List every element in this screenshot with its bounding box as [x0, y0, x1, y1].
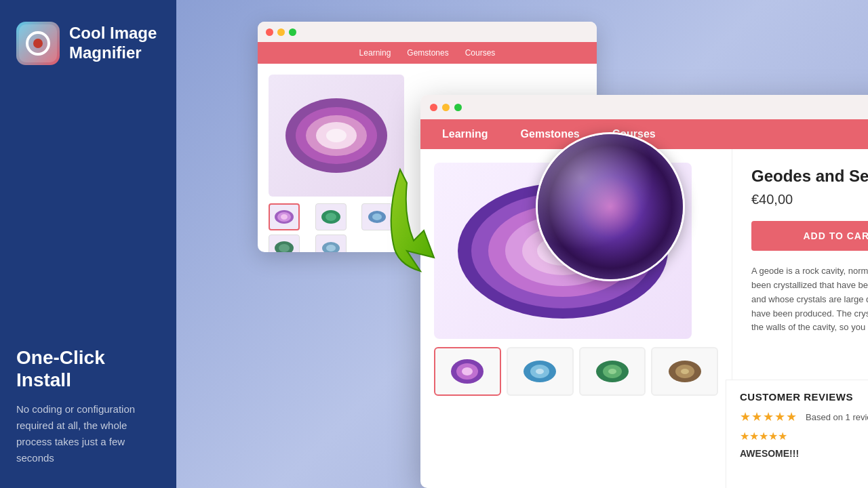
dot-red-small [266, 28, 273, 36]
nav-learning-small: Learning [359, 48, 391, 58]
reviews-section: CUSTOMER REVIEWS ★★★★★ Based on 1 review… [726, 380, 868, 488]
arrow-container [373, 156, 481, 281]
app-icon-inner [26, 31, 50, 56]
svg-point-15 [326, 245, 336, 251]
review-item-stars: ★★★★★ [740, 430, 787, 443]
product-title: Geodes and Semi Precious Stone [751, 165, 868, 186]
magnification-circle-inner [538, 134, 683, 279]
dot-yellow-small [277, 28, 285, 36]
svg-point-25 [462, 367, 473, 375]
product-price: €40,00 [751, 192, 868, 207]
svg-point-31 [608, 369, 616, 374]
svg-point-34 [681, 369, 689, 374]
one-click-install-title: One-Click Install [16, 346, 160, 392]
reviews-title: CUSTOMER REVIEWS [740, 391, 868, 403]
nav-gemstones-small: Gemstones [407, 48, 448, 58]
browser-titlebar-large [420, 95, 868, 119]
product-thumbnails [434, 347, 718, 396]
dot-yellow-large [442, 104, 450, 111]
browser-titlebar-small [258, 22, 597, 42]
app-title: Cool Image Magnifier [69, 24, 160, 63]
browser-nav-small: Learning Gemstones Courses [258, 42, 597, 64]
dot-green-large [454, 104, 462, 111]
product-thumb-4[interactable] [651, 347, 718, 396]
product-thumb-3[interactable] [579, 347, 646, 396]
sidebar-bottom: One-Click Install No coding or configura… [16, 346, 160, 466]
nav-gemstones-large: Gemstones [521, 128, 580, 140]
thumb-2-small [315, 203, 347, 230]
one-click-install-desc: No coding or configuration required at a… [16, 401, 160, 466]
reviews-count: Based on 1 review [806, 412, 868, 422]
svg-point-9 [326, 213, 336, 221]
product-description: A geode is a rock cavity, normally close… [751, 264, 868, 332]
zoom-arrow-icon [373, 156, 481, 278]
product-thumb-1[interactable] [434, 347, 501, 396]
nav-learning-large: Learning [442, 128, 488, 140]
app-header: Cool Image Magnifier [16, 22, 160, 65]
thumb-4-small [269, 235, 300, 252]
svg-point-28 [536, 369, 544, 374]
sidebar: Cool Image Magnifier One-Click Install N… [0, 0, 176, 488]
dot-red-large [430, 104, 437, 111]
svg-point-7 [281, 214, 288, 220]
app-icon [16, 22, 60, 65]
svg-point-4 [326, 129, 347, 142]
magnification-circle [536, 132, 685, 281]
thumb-1-small [269, 203, 300, 230]
dot-green-small [289, 28, 296, 36]
content-area: Learning Gemstones Courses [176, 0, 868, 488]
reviews-summary-row: ★★★★★ Based on 1 review Write a revi... [740, 409, 868, 424]
review-item-row: ★★★★★ [740, 430, 868, 443]
thumb-5-small [315, 235, 347, 252]
add-to-cart-button[interactable]: ADD TO CART [751, 221, 868, 251]
nav-courses-small: Courses [465, 48, 496, 58]
reviews-stars: ★★★★★ [740, 409, 797, 424]
product-thumb-2[interactable] [507, 347, 574, 396]
svg-point-13 [279, 244, 290, 252]
review-item-text: AWESOME!!! [740, 448, 868, 459]
